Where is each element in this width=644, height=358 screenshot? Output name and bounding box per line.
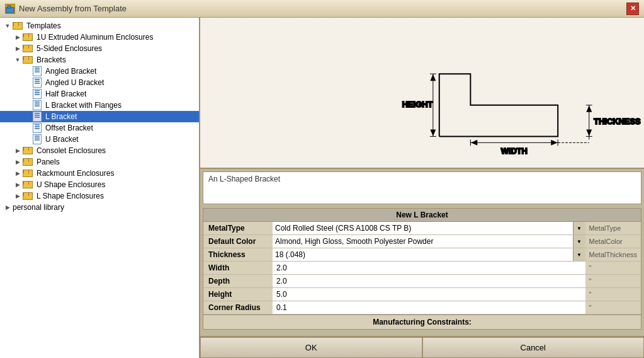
close-button[interactable]: ✕ — [626, 3, 639, 15]
input-thickness[interactable] — [273, 249, 573, 260]
tree-item-5sided[interactable]: ▶ 5-Sided Enclosures — [0, 43, 199, 54]
input-color[interactable] — [273, 236, 573, 247]
title-bar-left: New Assembly from Template — [5, 4, 127, 14]
expander-lshape: ▶ — [13, 191, 23, 201]
tree-label-panels: Panels — [37, 158, 60, 166]
tree-label-angled-bracket: Angled Bracket — [45, 67, 96, 76]
tree-item-personal[interactable]: ▶ personal library — [0, 202, 199, 213]
expander-rackmount: ▶ — [13, 168, 23, 178]
suffix-height: " — [585, 288, 641, 301]
form-title: New L Bracket — [203, 209, 641, 222]
input-width[interactable] — [274, 262, 584, 274]
tree-label-l-bracket: L Bracket — [45, 112, 77, 121]
tree-item-offset-bracket[interactable]: ▶ Offset Bracket — [0, 122, 199, 134]
tree-label-rackmount: Rackmount Enclosures — [37, 169, 114, 178]
mfg-constraints: Manufacturing Constraints: — [203, 315, 641, 329]
svg-rect-1 — [8, 6, 11, 8]
folder-icon-brackets — [23, 56, 33, 64]
description-box: An L-Shaped Bracket — [203, 171, 641, 204]
svg-marker-6 — [431, 130, 435, 135]
tree-item-ushape[interactable]: ▶ U Shape Enclosures — [0, 179, 199, 190]
expander-brackets: ▼ — [13, 55, 23, 65]
doc-icon-angled-u-bracket — [33, 78, 42, 88]
field-color[interactable]: ▼ — [273, 235, 585, 248]
expander-templates: ▼ — [3, 21, 13, 31]
window-title: New Assembly from Template — [19, 4, 127, 13]
tree-label-offset-bracket: Offset Bracket — [45, 124, 93, 132]
title-bar: New Assembly from Template ✕ — [0, 0, 644, 18]
folder-icon-templates — [13, 22, 23, 30]
app-icon — [5, 4, 15, 14]
label-height: Height — [203, 288, 273, 301]
tree-label-l-bracket-flanges: L Bracket with Flanges — [45, 101, 121, 110]
svg-marker-19 — [587, 130, 591, 135]
suffix-depth: " — [585, 275, 641, 288]
button-row: OK Cancel — [200, 336, 644, 358]
right-panel: HEIGHT WIDTH THICKNESS — [200, 18, 644, 358]
label-depth: Depth — [203, 275, 273, 288]
tree-label-lshape: L Shape Enclosures — [37, 192, 104, 200]
expander-personal: ▶ — [3, 202, 13, 212]
field-corner-radius[interactable] — [273, 301, 585, 315]
doc-icon-angled-bracket — [33, 66, 42, 76]
tree-label-5sided: 5-Sided Enclosures — [37, 44, 102, 53]
field-thickness[interactable]: ▼ — [273, 248, 585, 262]
svg-marker-5 — [431, 76, 435, 80]
expander-5sided: ▶ — [13, 43, 23, 54]
tree-item-brackets[interactable]: ▼ Brackets — [0, 54, 199, 66]
doc-icon-u-bracket — [33, 134, 42, 144]
doc-icon-offset-bracket — [33, 123, 42, 133]
form-grid: MetalType ▼ MetalType Default Color ▼ Me… — [203, 222, 641, 315]
field-metaltype[interactable]: ▼ — [273, 222, 585, 235]
dropdown-btn-thickness[interactable]: ▼ — [573, 248, 585, 261]
field-depth[interactable] — [273, 275, 585, 288]
tree-item-u-bracket[interactable]: ▶ U Bracket — [0, 134, 199, 145]
tree-item-panels[interactable]: ▶ Panels — [0, 156, 199, 168]
field-width[interactable] — [273, 262, 585, 275]
label-width: Width — [203, 262, 273, 275]
suffix-thickness: MetalThickness — [585, 248, 641, 262]
tree-item-consolet[interactable]: ▶ Consolet Enclosures — [0, 145, 199, 156]
folder-icon-lshape — [23, 192, 33, 200]
ok-button[interactable]: OK — [200, 337, 422, 358]
tree-item-rackmount[interactable]: ▶ Rackmount Enclosures — [0, 168, 199, 179]
diagram-svg: HEIGHT WIDTH THICKNESS — [200, 18, 644, 168]
tree-item-angled-bracket[interactable]: ▶ Angled Bracket — [0, 66, 199, 77]
tree-item-l-bracket[interactable]: ▶ L Bracket — [0, 111, 199, 122]
suffix-color: MetalColor — [585, 235, 641, 248]
folder-icon-5sided — [23, 45, 33, 52]
dropdown-btn-metaltype[interactable]: ▼ — [573, 222, 585, 234]
tree-item-l-bracket-flanges[interactable]: ▶ L Bracket with Flanges — [0, 100, 199, 111]
tree-item-half-bracket[interactable]: ▶ Half Bracket — [0, 88, 199, 100]
diagram-area: HEIGHT WIDTH THICKNESS — [200, 18, 644, 169]
expander-panels: ▶ — [13, 157, 23, 167]
dropdown-btn-color[interactable]: ▼ — [573, 235, 585, 248]
tree-label-1u: 1U Extruded Aluminum Enclosures — [37, 33, 153, 42]
expander-1u: ▶ — [13, 32, 23, 42]
tree-item-angled-u-bracket[interactable]: ▶ Angled U Bracket — [0, 77, 199, 88]
svg-marker-18 — [587, 107, 591, 112]
tree-item-templates[interactable]: ▼ Templates — [0, 20, 199, 32]
suffix-corner-radius: " — [585, 301, 641, 315]
input-corner-radius[interactable] — [274, 302, 584, 313]
svg-marker-12 — [551, 141, 556, 144]
tree-label-u-bracket: U Bracket — [45, 135, 79, 144]
label-thickness: Thickness — [203, 248, 273, 262]
tree-item-1u[interactable]: ▶ 1U Extruded Aluminum Enclosures — [0, 32, 199, 43]
tree-label-ushape: U Shape Enclosures — [37, 180, 105, 189]
input-height[interactable] — [274, 289, 584, 300]
svg-text:HEIGHT: HEIGHT — [402, 100, 433, 109]
svg-marker-11 — [472, 141, 477, 144]
expander-consolet: ▶ — [13, 146, 23, 156]
tree-item-lshape[interactable]: ▶ L Shape Enclosures — [0, 190, 199, 202]
tree-panel: ▼ Templates ▶ 1U Extruded Aluminum Enclo… — [0, 18, 200, 358]
suffix-metaltype: MetalType — [585, 222, 641, 235]
input-depth[interactable] — [274, 275, 584, 287]
svg-text:THICKNESS: THICKNESS — [594, 117, 641, 126]
cancel-button[interactable]: Cancel — [422, 337, 645, 358]
input-metaltype[interactable] — [273, 222, 573, 234]
tree-label-templates: Templates — [26, 21, 61, 30]
field-height[interactable] — [273, 288, 585, 301]
expander-ushape: ▶ — [13, 180, 23, 190]
label-color: Default Color — [203, 235, 273, 248]
